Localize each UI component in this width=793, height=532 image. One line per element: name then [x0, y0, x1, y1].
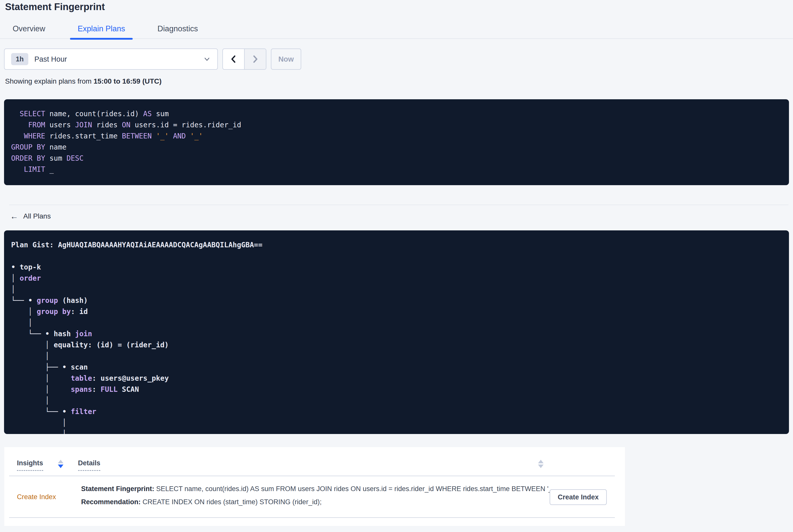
detail-text: CREATE INDEX ON rides (start_time) STORI…: [141, 498, 322, 506]
column-header-insights[interactable]: Insights: [17, 459, 43, 471]
code-line: │: [11, 317, 782, 328]
code-line: LIMIT _: [11, 164, 782, 175]
code-line: │ group by: id: [11, 306, 782, 317]
chevron-down-icon: [203, 55, 211, 63]
sort-desc-icon: [58, 464, 63, 468]
time-controls: 1h Past Hour Now: [4, 49, 301, 70]
code-line: │: [11, 429, 782, 434]
code-line: │: [11, 284, 782, 295]
code-line: │: [11, 350, 782, 362]
code-line: ORDER BY sum DESC: [11, 153, 782, 164]
code-line: │: [11, 395, 782, 406]
column-header-details[interactable]: Details: [78, 459, 100, 471]
insights-table-header: Insights Details: [17, 459, 625, 471]
code-line: GROUP BY name: [11, 142, 782, 153]
row-divider: [9, 517, 615, 518]
interval-label: Past Hour: [34, 55, 67, 63]
page-title: Statement Fingerprint: [5, 1, 105, 12]
insight-type-link[interactable]: Create Index: [17, 493, 56, 501]
tab-explain-plans[interactable]: Explain Plans: [70, 22, 133, 38]
detail-label: Recommendation:: [81, 498, 141, 506]
interval-badge: 1h: [11, 53, 28, 65]
tab-diagnostics[interactable]: Diagnostics: [150, 22, 205, 38]
recommendation-detail: Recommendation: CREATE INDEX ON rides (s…: [81, 498, 322, 506]
plan-gist-code: Plan Gist: AgHUAQIABQAAAAHYAQIAiAEAAAADC…: [4, 230, 789, 434]
code-line: └── • hash join: [11, 328, 782, 340]
next-time-button[interactable]: [244, 49, 266, 69]
statement-fingerprint-detail: Statement Fingerprint: SELECT name, coun…: [81, 485, 559, 493]
code-line: │ spans: FULL SCAN: [11, 384, 782, 395]
caption-range: 15:00 to 16:59 (UTC): [94, 77, 162, 85]
code-line: │ equality: (id) = (rider_id): [11, 340, 782, 350]
sort-asc-icon: [58, 460, 63, 463]
now-button[interactable]: Now: [271, 49, 301, 70]
code-line: ├── • scan: [11, 362, 782, 373]
code-line: FROM users JOIN rides ON users.id = ride…: [11, 119, 782, 131]
code-line: WHERE rides.start_time BETWEEN '_' AND '…: [11, 131, 782, 142]
code-line: • top-k: [11, 262, 782, 273]
tab-bar: Overview Explain Plans Diagnostics: [0, 22, 793, 39]
insights-table-card: Insights Details Create Index Statement …: [4, 447, 625, 526]
code-line: SELECT name, count(rides.id) AS sum: [11, 108, 782, 119]
time-range-dropdown[interactable]: 1h Past Hour: [4, 49, 218, 70]
code-line: │ order: [11, 273, 782, 284]
code-line: Plan Gist: AgHUAQIABQAAAAHYAQIAiAEAAAADC…: [11, 240, 782, 251]
plan-gist-panel: Plan Gist: AgHUAQIABQAAAAHYAQIAiAEAAAADC…: [4, 230, 789, 434]
detail-label: Statement Fingerprint:: [81, 485, 154, 493]
sort-icon-insights[interactable]: [58, 460, 63, 468]
sql-statement-code: SELECT name, count(rides.id) AS sum FROM…: [4, 99, 789, 184]
code-line: └── • group (hash): [11, 295, 782, 306]
code-line: │: [11, 417, 782, 429]
sort-icon-details[interactable]: [538, 460, 544, 468]
code-line: └── • filter: [11, 406, 782, 417]
header-divider: [9, 476, 615, 476]
sql-statement-panel: SELECT name, count(rides.id) AS sum FROM…: [4, 99, 789, 185]
detail-text: SELECT name, count(rides.id) AS sum FROM…: [154, 485, 559, 493]
time-pager: [222, 49, 266, 70]
all-plans-back-link[interactable]: ← All Plans: [10, 212, 51, 220]
showing-plans-caption: Showing explain plans from 15:00 to 16:5…: [5, 77, 162, 86]
tab-overview[interactable]: Overview: [5, 22, 53, 38]
create-index-button[interactable]: Create Index: [550, 489, 607, 505]
code-line: │ table: users@users_pkey: [11, 373, 782, 384]
back-arrow-icon: ←: [10, 212, 18, 220]
sort-desc-icon: [538, 464, 544, 468]
back-link-label: All Plans: [23, 212, 51, 220]
section-divider: [9, 205, 789, 205]
caption-prefix: Showing explain plans from: [5, 77, 94, 85]
code-line: [11, 251, 782, 262]
sort-asc-icon: [538, 460, 544, 463]
previous-time-button[interactable]: [223, 49, 244, 69]
